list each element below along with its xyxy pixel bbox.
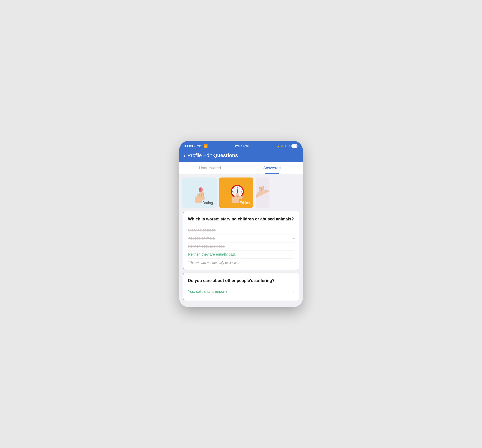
signal-dot-4	[191, 145, 193, 147]
status-left: Mint 📶	[185, 144, 208, 148]
moon-icon: 🌙	[276, 144, 280, 148]
chevron-right-icon: ›	[293, 236, 294, 240]
svg-text:E: E	[241, 191, 242, 193]
category-card-ethics[interactable]: N S W E Ethi	[219, 177, 253, 208]
category-label-ethics: Ethics	[237, 200, 252, 207]
answer-text-1-3: Neither, both are good.	[188, 244, 225, 248]
question-text-1: Which is worse: starving children or abu…	[188, 216, 294, 222]
signal-dots	[185, 145, 195, 147]
status-time: 2:57 PM	[235, 144, 249, 148]
back-arrow-icon: ‹	[184, 153, 185, 158]
question-card-2: Do you care about other people's sufferi…	[183, 272, 299, 301]
signal-dot-5	[194, 145, 195, 147]
chevron-right-icon-2: ›	[293, 289, 294, 294]
phone-frame: Mint 📶 2:57 PM 🌙 🔒 ➤ ✳ ‹ Profile Edit Qu…	[179, 141, 303, 307]
question-text-2: Do you care about other people's sufferi…	[188, 278, 294, 284]
partial-svg	[256, 177, 269, 208]
tab-answered-label: Answered	[263, 166, 281, 170]
answer-option-1-1[interactable]: Starving children.	[188, 226, 294, 234]
tabs: Unanswered Answered	[179, 162, 303, 174]
answer-text-1-4: Neither, they are equally bad.	[188, 252, 236, 256]
answer-option-1-2[interactable]: Abused animals. ›	[188, 234, 294, 242]
tab-answered[interactable]: Answered	[241, 162, 303, 174]
category-card-dating[interactable]: Dating	[182, 177, 217, 208]
content: Unanswered Answered	[179, 162, 303, 307]
bluetooth-icon: ✳	[288, 144, 290, 147]
tab-unanswered-label: Unanswered	[199, 166, 221, 170]
answer-option-2-1[interactable]: Yes, solidarity is important ›	[188, 288, 294, 296]
carrier-label: Mint	[197, 144, 202, 148]
signal-dot-3	[189, 145, 191, 147]
status-right: 🌙 🔒 ➤ ✳	[276, 144, 297, 148]
signal-dot-1	[185, 145, 186, 147]
answer-quote-1: “The two are not mutually exclusive.”	[188, 261, 294, 264]
questions-area: Which is worse: starving children or abu…	[179, 211, 303, 307]
svg-point-4	[201, 188, 203, 191]
location-icon: ➤	[285, 144, 287, 147]
nav-title-light: Profile Edit	[188, 152, 213, 158]
wifi-icon: 📶	[204, 144, 208, 148]
answer-text-2-1: Yes, solidarity is important	[188, 289, 230, 294]
nav-title: Profile Edit Questions	[188, 152, 238, 159]
partial-illustration	[256, 177, 269, 208]
answer-option-1-4[interactable]: Neither, they are equally bad.	[188, 250, 294, 259]
answer-text-1-2: Abused animals.	[188, 236, 215, 240]
answer-option-1-3[interactable]: Neither, both are good.	[188, 242, 294, 250]
svg-text:N: N	[237, 186, 238, 188]
status-bar: Mint 📶 2:57 PM 🌙 🔒 ➤ ✳	[179, 141, 303, 150]
back-button[interactable]: ‹	[184, 153, 185, 158]
answer-text-1-1: Starving children.	[188, 228, 216, 232]
battery-icon	[292, 144, 297, 148]
nav-bar: ‹ Profile Edit Questions	[179, 150, 303, 162]
lock-icon: 🔒	[281, 144, 284, 147]
question-card-1: Which is worse: starving children or abu…	[183, 211, 299, 270]
category-label-dating: Dating	[200, 200, 215, 207]
category-card-partial[interactable]	[256, 177, 269, 208]
svg-text:W: W	[232, 191, 234, 193]
signal-dot-2	[187, 145, 189, 147]
category-carousel: Dating N S W E	[179, 174, 303, 211]
nav-title-bold: Questions	[213, 152, 238, 158]
battery-fill	[292, 145, 297, 147]
tab-unanswered[interactable]: Unanswered	[179, 162, 241, 174]
